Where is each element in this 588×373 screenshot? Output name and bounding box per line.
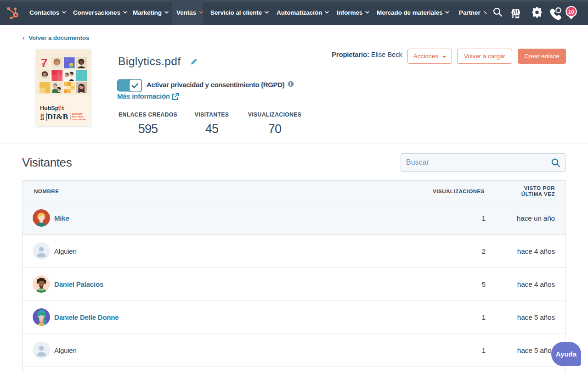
svg-text:20: 20 — [40, 114, 44, 117]
svg-text:10: 10 — [568, 9, 574, 15]
svg-text:INCLUSION,: INCLUSION, — [72, 116, 84, 118]
svg-text:& BELONGING: & BELONGING — [72, 118, 86, 121]
svg-text:DI&B: DI&B — [47, 112, 68, 121]
svg-text:7: 7 — [41, 56, 47, 70]
svg-text:DIVERSITY,: DIVERSITY, — [72, 113, 83, 115]
svg-text:23: 23 — [40, 117, 44, 120]
